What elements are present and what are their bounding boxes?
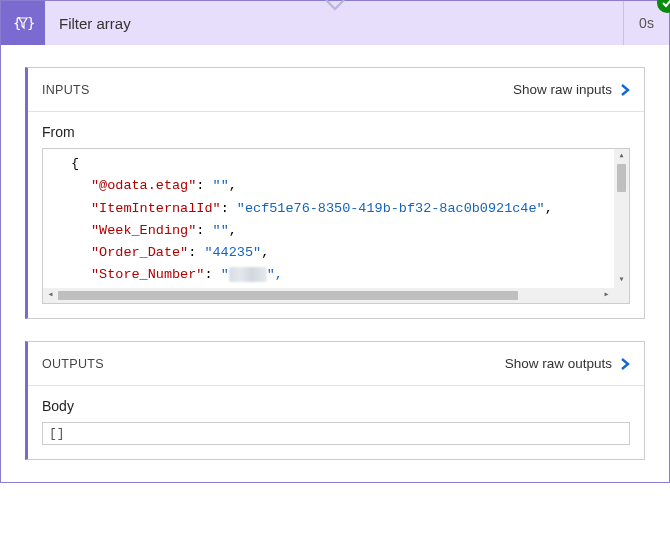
chevron-right-icon bbox=[618, 83, 632, 97]
scroll-thumb-horizontal[interactable] bbox=[58, 291, 518, 300]
show-raw-inputs-link[interactable]: Show raw inputs bbox=[513, 82, 632, 97]
svg-text:{: { bbox=[13, 15, 21, 31]
scroll-corner bbox=[614, 288, 629, 303]
json-brace: { bbox=[71, 156, 79, 171]
outputs-panel-body: Body [] bbox=[28, 386, 644, 459]
from-value-content[interactable]: { "@odata.etag": "", "ItemInternalId": "… bbox=[43, 149, 629, 303]
horizontal-scrollbar[interactable] bbox=[58, 288, 599, 303]
svg-text:}: } bbox=[27, 15, 34, 31]
inputs-panel-header: INPUTS Show raw inputs bbox=[28, 68, 644, 112]
scroll-left-button[interactable]: ◂ bbox=[43, 288, 58, 303]
chevron-right-icon bbox=[618, 357, 632, 371]
filter-array-icon: { } bbox=[1, 1, 45, 45]
from-value-box: { "@odata.etag": "", "ItemInternalId": "… bbox=[42, 148, 630, 304]
json-row: "Store_Number": "", bbox=[59, 264, 619, 286]
inputs-title: INPUTS bbox=[42, 83, 90, 97]
show-raw-inputs-label: Show raw inputs bbox=[513, 82, 612, 97]
scroll-up-button[interactable]: ▴ bbox=[614, 149, 629, 164]
inputs-panel-body: From { "@odata.etag": "", "ItemInternalI… bbox=[28, 112, 644, 318]
inputs-panel: INPUTS Show raw inputs From { "@odata.et… bbox=[25, 67, 645, 319]
outputs-panel-header: OUTPUTS Show raw outputs bbox=[28, 342, 644, 386]
redacted-icon bbox=[229, 267, 267, 282]
outputs-title: OUTPUTS bbox=[42, 357, 104, 371]
scroll-right-button[interactable]: ▸ bbox=[599, 288, 614, 303]
show-raw-outputs-label: Show raw outputs bbox=[505, 356, 612, 371]
flow-arrow-in-icon bbox=[324, 0, 346, 14]
scroll-down-button[interactable]: ▾ bbox=[614, 273, 629, 288]
vertical-scrollbar[interactable] bbox=[614, 164, 629, 273]
show-raw-outputs-link[interactable]: Show raw outputs bbox=[505, 356, 632, 371]
scroll-thumb-vertical[interactable] bbox=[617, 164, 626, 192]
card-body: INPUTS Show raw inputs From { "@odata.et… bbox=[1, 45, 669, 482]
body-value: [] bbox=[49, 426, 65, 441]
from-label: From bbox=[42, 124, 630, 140]
body-label: Body bbox=[42, 398, 630, 414]
json-row: "@odata.etag": "", bbox=[59, 175, 619, 197]
action-card: { } Filter array 0s INPUTS Show raw inpu… bbox=[0, 0, 670, 483]
json-row: "ItemInternalId": "ecf51e76-8350-419b-bf… bbox=[59, 198, 619, 220]
outputs-panel: OUTPUTS Show raw outputs Body [] bbox=[25, 341, 645, 460]
body-value-box[interactable]: [] bbox=[42, 422, 630, 445]
json-row: "Order_Date": "44235", bbox=[59, 242, 619, 264]
json-row: "Week_Ending": "", bbox=[59, 220, 619, 242]
